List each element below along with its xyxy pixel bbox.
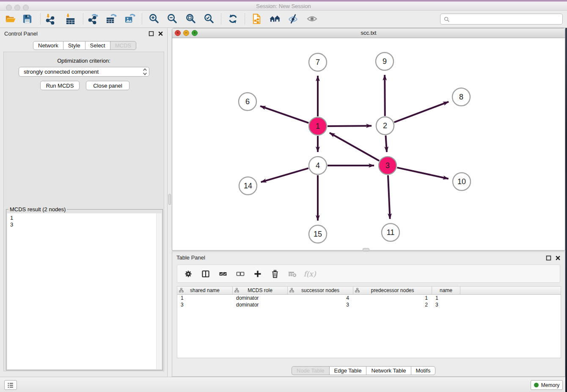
toggle-column-view-icon[interactable] [201, 270, 210, 278]
tab-mcds[interactable]: MCDS [110, 41, 136, 50]
search-icon [443, 16, 450, 22]
graph-edge-4-14[interactable] [261, 168, 308, 182]
graph-edge-2-9[interactable] [385, 75, 385, 116]
column-header-label: MCDS role [248, 287, 272, 293]
tab-style[interactable]: Style [63, 41, 85, 50]
network-window-title: scc.txt [172, 28, 565, 37]
import-table-from-file-button[interactable] [64, 13, 76, 25]
zoom-fit-content-button[interactable] [184, 13, 196, 25]
tab-network[interactable]: Network [33, 41, 63, 50]
column-header-successor-nodes[interactable]: successor nodes [288, 287, 353, 294]
hide-selection-button[interactable] [287, 13, 299, 25]
select-all-checkboxes-icon[interactable] [219, 270, 227, 278]
tree-hierarchy-icon [234, 288, 239, 293]
export-table-icon [105, 13, 117, 25]
delete-column-trash-icon[interactable] [271, 270, 279, 278]
graph-node-label-1: 1 [316, 122, 320, 130]
network-graph[interactable]: 7968124314101511 [172, 38, 565, 251]
save-session-button[interactable] [21, 13, 33, 25]
graph-node-label-6: 6 [245, 97, 250, 106]
open-session-button[interactable] [4, 13, 16, 25]
chevron-updown-icon [142, 67, 148, 76]
first-neighbors-button[interactable] [269, 13, 281, 25]
zoom-selected-region-icon [203, 13, 215, 25]
column-header-name[interactable]: name [432, 287, 460, 294]
tab-motifs[interactable]: Motifs [411, 366, 436, 375]
column-header-shared-name[interactable]: shared name [177, 287, 233, 294]
network-maximize-button[interactable] [192, 30, 198, 36]
tab-select[interactable]: Select [85, 41, 110, 50]
mcds-result-line: 3 [10, 221, 157, 228]
search-box[interactable] [440, 14, 563, 25]
graph-edge-2-3[interactable] [386, 135, 387, 152]
graph-edge-1-2[interactable] [328, 126, 372, 126]
save-session-icon [22, 13, 33, 25]
vertical-splitter-grip[interactable] [168, 194, 171, 205]
new-network-from-selection-icon [251, 13, 262, 25]
graph-edge-3-10[interactable] [397, 168, 449, 179]
criterion-dropdown[interactable]: strongly connected component [19, 67, 149, 77]
column-header-predecessor-nodes[interactable]: predecessor nodes [353, 287, 432, 294]
table-row[interactable]: 3dominator323 [177, 301, 561, 308]
table-cell: dominator [233, 295, 288, 301]
tab-network-table[interactable]: Network Table [366, 366, 411, 375]
optimization-criterion-label: Optimization criterion: [0, 58, 168, 64]
deselect-all-checkboxes-icon[interactable] [236, 270, 245, 278]
network-canvas[interactable]: 7968124314101511 [172, 38, 565, 251]
toolbar-separator [83, 13, 83, 25]
zoom-in-button[interactable] [148, 13, 160, 25]
tree-hierarchy-icon [355, 288, 360, 293]
add-column-plus-icon[interactable] [253, 270, 262, 278]
open-session-icon [5, 13, 16, 25]
run-mcds-button[interactable]: Run MCDS [40, 81, 80, 90]
export-image-button[interactable] [124, 13, 135, 25]
memory-status-dot [534, 383, 539, 387]
network-window-titlebar[interactable]: scc.txt [172, 28, 565, 38]
graph-edge-3-11[interactable] [388, 175, 390, 219]
application-window: Session: New Session Control Panel Netwo… [0, 0, 567, 392]
table-row[interactable]: 1dominator411 [177, 295, 561, 301]
task-history-button[interactable] [4, 380, 17, 390]
table-cell: 3 [177, 301, 233, 308]
table-toolbar: f(x) [177, 265, 560, 283]
graph-edge-2-8[interactable] [394, 102, 449, 122]
show-all-button[interactable] [306, 13, 318, 25]
float-panel-icon[interactable] [149, 31, 154, 36]
tab-node-table[interactable]: Node Table [292, 366, 330, 375]
mcds-result-textarea[interactable]: 13 [7, 213, 157, 369]
mcds-result-label: MCDS result (2 nodes) [8, 206, 67, 213]
toolbar-separator [221, 13, 221, 25]
tab-edge-table[interactable]: Edge Table [329, 366, 367, 375]
close-table-panel-icon[interactable] [555, 255, 561, 261]
function-builder-disabled-icon: f(x) [306, 270, 314, 278]
delete-table-disabled-icon [288, 270, 297, 278]
close-panel-icon[interactable] [158, 31, 163, 36]
criterion-dropdown-value: strongly connected component [24, 69, 99, 75]
zoom-out-icon [166, 13, 178, 25]
toolbar-separator [40, 13, 41, 25]
result-scrollbar[interactable] [156, 213, 162, 369]
export-table-button[interactable] [105, 13, 117, 25]
apply-preferred-layout-button[interactable] [227, 13, 239, 25]
zoom-out-button[interactable] [166, 13, 178, 25]
network-minimize-button[interactable] [183, 30, 189, 36]
network-close-button[interactable] [175, 30, 181, 36]
memory-button[interactable]: Memory [531, 380, 563, 390]
export-network-button[interactable] [87, 13, 99, 25]
column-header-MCDS-role[interactable]: MCDS role [233, 287, 288, 294]
graph-edge-1-6[interactable] [260, 106, 308, 123]
new-network-from-selection-button[interactable] [250, 13, 262, 25]
desktop-background-right [565, 28, 567, 392]
zoom-selected-region-button[interactable] [203, 13, 215, 25]
table-body: 1dominator4113dominator323 [177, 295, 561, 308]
import-network-from-file-button[interactable] [44, 13, 56, 25]
column-header-label: successor nodes [301, 287, 339, 293]
graph-edge-3-1[interactable] [330, 133, 379, 161]
app-titlebar: Session: New Session [0, 2, 567, 11]
float-table-panel-icon[interactable] [546, 255, 551, 261]
close-panel-button[interactable]: Close panel [86, 81, 129, 90]
horizontal-splitter-grip[interactable] [363, 248, 369, 251]
control-panel: Control Panel NetworkStyleSelectMCDS Opt… [0, 28, 168, 377]
table-mode-gear-icon[interactable] [184, 270, 193, 278]
search-input[interactable] [451, 16, 559, 23]
